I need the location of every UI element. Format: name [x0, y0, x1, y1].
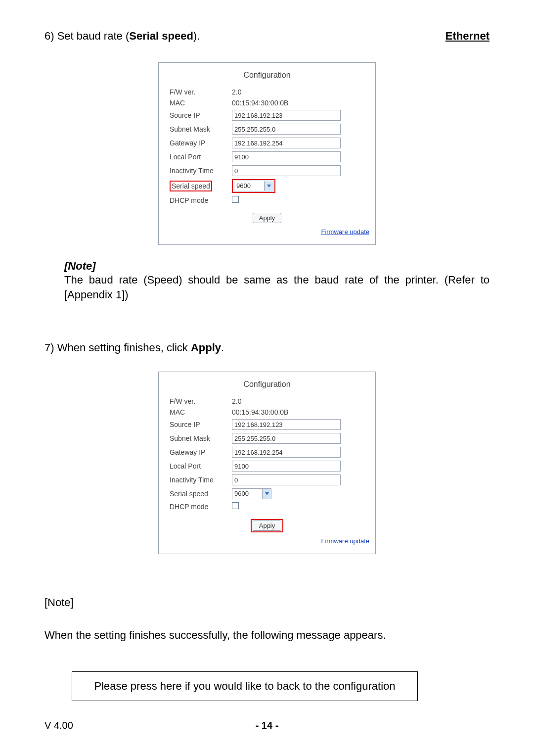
- subnet-input2[interactable]: [232, 433, 341, 444]
- local-port-label: Local Port: [170, 153, 232, 161]
- note2-head: [Note]: [44, 596, 490, 609]
- local-port-input[interactable]: [232, 151, 341, 162]
- page-footer: V 4.00 - 14 -: [44, 720, 490, 731]
- mac-label2: MAC: [170, 408, 232, 416]
- source-ip-input2[interactable]: [232, 419, 341, 430]
- local-port-label2: Local Port: [170, 462, 232, 470]
- local-port-input2[interactable]: [232, 461, 341, 472]
- config2-title: Configuration: [165, 380, 369, 389]
- inactivity-input[interactable]: [232, 165, 341, 176]
- mac-value2: 00:15:94:30:00:0B: [232, 408, 366, 416]
- serial-speed-select2[interactable]: 9600: [232, 488, 271, 499]
- source-ip-input[interactable]: [232, 110, 341, 121]
- step6-suffix: ).: [193, 30, 200, 42]
- config1-title: Configuration: [165, 71, 369, 80]
- firmware-update-link[interactable]: Firmware update: [165, 228, 369, 236]
- gateway-label: Gateway IP: [170, 139, 232, 147]
- step7-line: 7) When setting finishes, click Apply.: [44, 341, 490, 354]
- step6-bold: Serial speed: [129, 30, 193, 42]
- dhcp-checkbox[interactable]: [232, 196, 239, 203]
- gateway-input2[interactable]: [232, 447, 341, 458]
- gateway-input[interactable]: [232, 138, 341, 148]
- serial-speed-select[interactable]: 9600: [234, 181, 273, 191]
- fw-ver-value2: 2.0: [232, 397, 366, 405]
- serial-speed-label2: Serial speed: [170, 490, 232, 498]
- serial-speed-select-highlight: 9600: [232, 179, 275, 193]
- message-box: Please press here if you would like to b…: [72, 671, 418, 701]
- source-ip-label: Source IP: [170, 111, 232, 119]
- version-label: V 4.00: [44, 720, 73, 731]
- note2-body: When the setting finishes successfully, …: [44, 629, 490, 642]
- step7-bold: Apply: [191, 341, 221, 354]
- source-ip-label2: Source IP: [170, 421, 232, 428]
- serial-speed-label-highlight: Serial speed: [170, 181, 212, 191]
- fw-ver-value: 2.0: [232, 88, 366, 96]
- chevron-down-icon: [262, 489, 271, 499]
- page-number: - 14 -: [256, 720, 279, 731]
- mac-label: MAC: [170, 99, 232, 107]
- chevron-down-icon: [264, 181, 273, 191]
- config-panel-2: Configuration F/W ver. 2.0 MAC 00:15:94:…: [158, 372, 376, 554]
- step6-prefix: 6) Set baud rate (: [44, 30, 129, 42]
- subnet-input[interactable]: [232, 124, 341, 135]
- inactivity-label: Inactivity Time: [170, 167, 232, 175]
- config-panel-1: Configuration F/W ver. 2.0 MAC 00:15:94:…: [158, 62, 376, 245]
- fw-ver-label: F/W ver.: [170, 88, 232, 96]
- serial-speed-value2: 9600: [232, 489, 262, 499]
- firmware-update-link2[interactable]: Firmware update: [165, 537, 369, 545]
- apply-button-highlight: Apply: [251, 519, 284, 532]
- step6-line: 6) Set baud rate (Serial speed).: [44, 30, 200, 43]
- serial-speed-value: 9600: [234, 181, 264, 191]
- fw-ver-label2: F/W ver.: [170, 397, 232, 405]
- dhcp-checkbox2[interactable]: [232, 502, 239, 509]
- subnet-label2: Subnet Mask: [170, 434, 232, 442]
- note1-body: The baud rate (Speed) should be same as …: [64, 273, 490, 302]
- note1-head: [Note]: [64, 260, 490, 273]
- apply-button2[interactable]: Apply: [253, 520, 282, 531]
- serial-speed-label: Serial speed: [172, 182, 210, 190]
- page-title: Ethernet: [445, 30, 490, 43]
- apply-button[interactable]: Apply: [253, 213, 282, 223]
- inactivity-input2[interactable]: [232, 474, 341, 485]
- step7-suffix: .: [221, 341, 224, 354]
- step7-prefix: 7) When setting finishes, click: [44, 341, 191, 354]
- dhcp-label2: DHCP mode: [170, 503, 232, 511]
- dhcp-label: DHCP mode: [170, 196, 232, 204]
- subnet-label: Subnet Mask: [170, 125, 232, 133]
- gateway-label2: Gateway IP: [170, 448, 232, 456]
- mac-value: 00:15:94:30:00:0B: [232, 99, 366, 107]
- inactivity-label2: Inactivity Time: [170, 476, 232, 484]
